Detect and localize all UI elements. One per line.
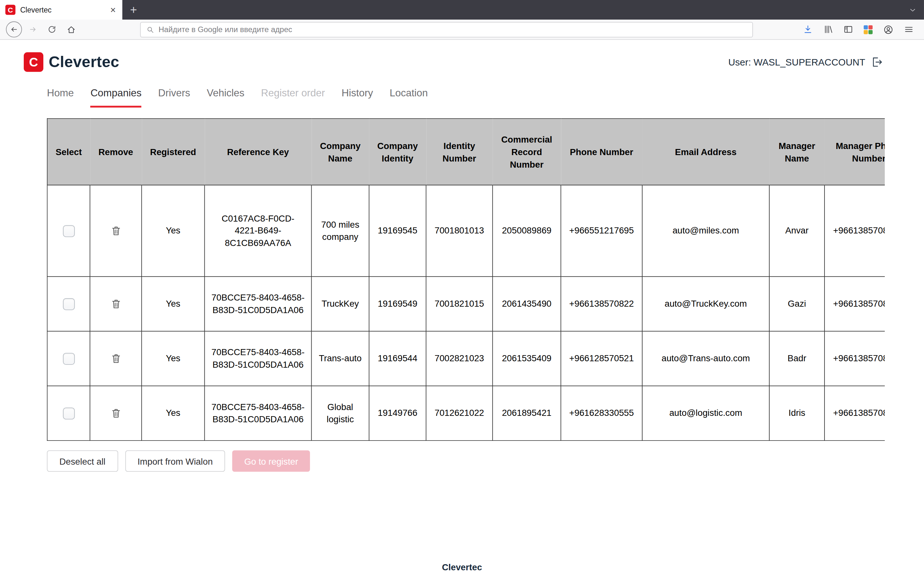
col-header-reference-key: Reference Key	[204, 119, 311, 185]
cell-manager-name: Gazi	[769, 276, 825, 331]
sidebar-toggle-icon[interactable]	[843, 24, 853, 34]
cell-company-name: Global logistic	[311, 386, 369, 440]
toolbar-right-icons	[803, 24, 918, 35]
cell-select	[47, 276, 90, 331]
cell-reference-key: 70BCCE75-8403-4658-B83D-51C0D5DA1A06	[204, 386, 311, 440]
col-header-email: Email Address	[642, 119, 769, 185]
clevertec-logo: C	[24, 52, 43, 72]
go-to-register-button: Go to register	[232, 450, 310, 472]
table-row: Yes C0167AC8-F0CD-4221-B649-8C1CB69AA76A…	[47, 185, 885, 276]
cell-remove	[90, 276, 142, 331]
back-button[interactable]	[6, 21, 22, 37]
cell-remove	[90, 185, 142, 276]
col-header-identity-number: Identity Number	[426, 119, 493, 185]
trash-icon	[110, 352, 121, 365]
refresh-button[interactable]	[44, 21, 60, 37]
search-icon	[146, 25, 154, 34]
table-row: Yes 70BCCE75-8403-4658-B83D-51C0D5DA1A06…	[47, 386, 885, 440]
cell-company-name: TruckKey	[311, 276, 369, 331]
browser-window: C Clevertec × +	[0, 0, 924, 578]
cell-commercial-record: 2061535409	[493, 331, 561, 386]
delete-row-button[interactable]	[110, 298, 121, 310]
new-tab-button[interactable]: +	[122, 0, 145, 19]
logout-icon[interactable]	[871, 56, 883, 68]
browser-tab-clevertec[interactable]: C Clevertec ×	[0, 0, 122, 19]
cell-commercial-record: 2061435490	[493, 276, 561, 331]
downloads-icon[interactable]	[803, 24, 812, 34]
table-actions: Deselect all Import from Wialon Go to re…	[47, 450, 924, 472]
cell-manager-phone: +9661385708	[825, 276, 885, 331]
cell-reference-key: 70BCCE75-8403-4658-B83D-51C0D5DA1A06	[204, 276, 311, 331]
deselect-all-button[interactable]: Deselect all	[47, 450, 118, 472]
cell-registered: Yes	[142, 276, 204, 331]
row-select-checkbox[interactable]	[63, 408, 74, 419]
tab-title: Clevertec	[20, 6, 104, 14]
col-header-commercial-record: Commercial Record Number	[493, 119, 561, 185]
menu-hamburger-icon[interactable]	[904, 24, 914, 34]
col-header-manager-phone: Manager Phone Number	[825, 119, 885, 185]
cell-identity-number: 7001801013	[426, 185, 493, 276]
cell-reference-key: 70BCCE75-8403-4658-B83D-51C0D5DA1A06	[204, 331, 311, 386]
url-input[interactable]	[159, 25, 747, 34]
cell-manager-phone: +9661385708	[825, 185, 885, 276]
col-header-manager-name: Manager Name	[769, 119, 825, 185]
browser-tab-bar: C Clevertec × +	[0, 0, 924, 19]
user-label: User: WASL_SUPERACCOUNT	[728, 57, 865, 67]
cell-identity-number: 7002821023	[426, 331, 493, 386]
cell-manager-phone: +9661385708	[825, 386, 885, 440]
cell-company-identity: 19149766	[369, 386, 426, 440]
trash-icon	[110, 225, 121, 237]
nav-item-drivers[interactable]: Drivers	[158, 87, 190, 107]
col-header-company-identity: Company Identity	[369, 119, 426, 185]
nav-item-location[interactable]: Location	[390, 87, 428, 107]
delete-row-button[interactable]	[110, 352, 121, 365]
companies-table-container: Select Remove Registered Reference Key C…	[47, 118, 885, 441]
delete-row-button[interactable]	[110, 225, 121, 237]
home-button[interactable]	[63, 21, 79, 37]
row-select-checkbox[interactable]	[63, 298, 74, 310]
forward-button[interactable]	[25, 21, 41, 37]
cell-manager-name: Anvar	[769, 185, 825, 276]
nav-item-register-order: Register order	[261, 87, 325, 107]
cell-company-identity: 19169545	[369, 185, 426, 276]
extension-grid-icon[interactable]	[863, 25, 873, 34]
cell-company-name: 700 miles company	[311, 185, 369, 276]
nav-item-companies[interactable]: Companies	[91, 87, 142, 107]
cell-commercial-record: 2061895421	[493, 386, 561, 440]
col-header-company-name: Company Name	[311, 119, 369, 185]
cell-manager-name: Idris	[769, 386, 825, 440]
nav-item-vehicles[interactable]: Vehicles	[207, 87, 244, 107]
cell-email: auto@Trans-auto.com	[642, 331, 769, 386]
nav-item-home[interactable]: Home	[47, 87, 74, 107]
cell-manager-name: Badr	[769, 331, 825, 386]
cell-identity-number: 7001821015	[426, 276, 493, 331]
row-select-checkbox[interactable]	[63, 353, 74, 365]
table-row: Yes 70BCCE75-8403-4658-B83D-51C0D5DA1A06…	[47, 276, 885, 331]
tab-list-chevron-icon[interactable]	[901, 0, 924, 19]
cell-phone-number: +966551217695	[561, 185, 642, 276]
brand: C Clevertec	[24, 52, 120, 72]
cell-identity-number: 7012621022	[426, 386, 493, 440]
cell-registered: Yes	[142, 185, 204, 276]
delete-row-button[interactable]	[110, 407, 121, 420]
import-from-wialon-button[interactable]: Import from Wialon	[125, 450, 225, 472]
account-icon[interactable]	[883, 24, 893, 35]
nav-item-history[interactable]: History	[341, 87, 373, 107]
tab-close-icon[interactable]: ×	[109, 5, 117, 15]
table-header-row: Select Remove Registered Reference Key C…	[47, 119, 885, 185]
col-header-registered: Registered	[142, 119, 204, 185]
cell-registered: Yes	[142, 331, 204, 386]
url-bar[interactable]	[140, 22, 753, 37]
cell-select	[47, 386, 90, 440]
cell-remove	[90, 386, 142, 440]
row-select-checkbox[interactable]	[63, 225, 74, 237]
cell-registered: Yes	[142, 386, 204, 440]
trash-icon	[110, 407, 121, 420]
library-icon[interactable]	[823, 24, 833, 34]
clevertec-favicon: C	[5, 5, 15, 15]
cell-commercial-record: 2050089869	[493, 185, 561, 276]
cell-email: auto@TruckKey.com	[642, 276, 769, 331]
table-row: Yes 70BCCE75-8403-4658-B83D-51C0D5DA1A06…	[47, 331, 885, 386]
col-header-select: Select	[47, 119, 90, 185]
brand-name: Clevertec	[49, 53, 120, 71]
